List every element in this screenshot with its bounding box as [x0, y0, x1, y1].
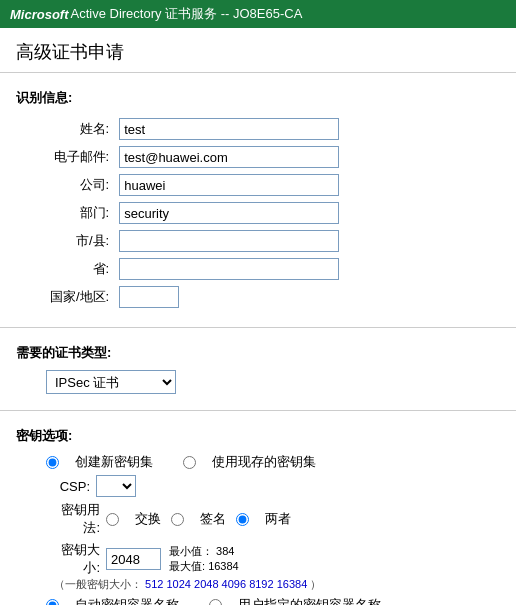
create-new-keyset-label[interactable]: 创建新密钥集	[46, 453, 153, 471]
key-size-label: 密钥大小:	[46, 541, 106, 577]
key-size-input[interactable]	[106, 548, 161, 570]
department-label: 部门:	[46, 199, 115, 227]
table-row: 姓名:	[46, 115, 343, 143]
microsoft-brand: Microsoft	[10, 7, 69, 22]
key-set-row: 创建新密钥集 使用现存的密钥集	[46, 453, 500, 471]
key-size-row: 密钥大小: 最小值： 384 最大值: 16384 （一般密钥大小： 512 1…	[46, 541, 500, 592]
sign-text: 签名	[200, 510, 226, 528]
cert-type-select[interactable]: IPSec 证书 用户证书 电子邮件保护证书	[46, 370, 176, 394]
city-input[interactable]	[119, 230, 339, 252]
name-label: 姓名:	[46, 115, 115, 143]
header-bar: Microsoft Active Directory 证书服务 -- JO8E6…	[0, 0, 516, 28]
auto-container-radio[interactable]	[46, 599, 59, 606]
both-text: 两者	[265, 510, 291, 528]
sign-label[interactable]: 签名	[171, 510, 226, 528]
sign-radio[interactable]	[171, 513, 184, 526]
city-label: 市/县:	[46, 227, 115, 255]
auto-container-text: 自动密钥容器名称	[75, 596, 179, 605]
key-size-2048-link[interactable]: 2048	[194, 578, 218, 590]
table-row: 电子邮件:	[46, 143, 343, 171]
create-new-keyset-text: 创建新密钥集	[75, 453, 153, 471]
identity-form-table: 姓名: 电子邮件: 公司: 部门: 市/县: 省: 国家/地区:	[46, 115, 343, 311]
user-container-radio[interactable]	[209, 599, 222, 606]
key-size-max-label: 最大值:	[169, 560, 205, 572]
table-row: 国家/地区:	[46, 283, 343, 311]
use-existing-keyset-text: 使用现存的密钥集	[212, 453, 316, 471]
key-size-min-label: 最小值：	[169, 545, 213, 557]
csp-row: CSP:	[46, 475, 500, 497]
exchange-text: 交换	[135, 510, 161, 528]
key-size-1024-link[interactable]: 1024	[166, 578, 190, 590]
table-row: 部门:	[46, 199, 343, 227]
use-existing-keyset-label[interactable]: 使用现存的密钥集	[183, 453, 316, 471]
key-size-max-value: 16384	[208, 560, 239, 572]
key-size-8192-link[interactable]: 8192	[249, 578, 273, 590]
key-options-title: 密钥选项:	[16, 427, 500, 445]
use-existing-keyset-radio[interactable]	[183, 456, 196, 469]
identity-section: 识别信息: 姓名: 电子邮件: 公司: 部门: 市/县: 省: 国家/地区:	[0, 83, 516, 321]
key-size-links: （一般密钥大小： 512 1024 2048 4096 8192 16384 ）	[54, 577, 321, 592]
country-label: 国家/地区:	[46, 283, 115, 311]
key-usage-label: 密钥用法:	[46, 501, 106, 537]
page-title: 高级证书申请	[0, 28, 516, 73]
country-input[interactable]	[119, 286, 179, 308]
user-container-text: 用户指定的密钥容器名称	[238, 596, 381, 605]
key-size-16384-link[interactable]: 16384	[277, 578, 308, 590]
email-label: 电子邮件:	[46, 143, 115, 171]
company-input[interactable]	[119, 174, 339, 196]
key-size-512-link[interactable]: 512	[145, 578, 163, 590]
cert-type-row: IPSec 证书 用户证书 电子邮件保护证书	[46, 370, 500, 394]
table-row: 市/县:	[46, 227, 343, 255]
table-row: 省:	[46, 255, 343, 283]
csp-select[interactable]	[96, 475, 136, 497]
both-label[interactable]: 两者	[236, 510, 291, 528]
state-input[interactable]	[119, 258, 339, 280]
name-input[interactable]	[119, 118, 339, 140]
table-row: 公司:	[46, 171, 343, 199]
key-options-section: 密钥选项: 创建新密钥集 使用现存的密钥集 CSP: 密钥用法: 交换 签名	[0, 421, 516, 605]
both-radio[interactable]	[236, 513, 249, 526]
key-size-min-value: 384	[216, 545, 234, 557]
identity-section-title: 识别信息:	[16, 89, 500, 107]
exchange-radio[interactable]	[106, 513, 119, 526]
exchange-label[interactable]: 交换	[106, 510, 161, 528]
cert-type-section: 需要的证书类型: IPSec 证书 用户证书 电子邮件保护证书	[0, 338, 516, 404]
key-size-info: 最小值： 384 最大值: 16384	[169, 544, 239, 574]
create-new-keyset-radio[interactable]	[46, 456, 59, 469]
state-label: 省:	[46, 255, 115, 283]
department-input[interactable]	[119, 202, 339, 224]
key-usage-row: 密钥用法: 交换 签名 两者	[46, 501, 500, 537]
csp-label: CSP:	[46, 479, 96, 494]
company-label: 公司:	[46, 171, 115, 199]
email-input[interactable]	[119, 146, 339, 168]
key-size-4096-link[interactable]: 4096	[222, 578, 246, 590]
user-container-label[interactable]: 用户指定的密钥容器名称	[209, 596, 381, 605]
container-name-row: 自动密钥容器名称 用户指定的密钥容器名称	[46, 596, 500, 605]
auto-container-label[interactable]: 自动密钥容器名称	[46, 596, 179, 605]
header-title: Active Directory 证书服务 -- JO8E65-CA	[71, 5, 303, 23]
cert-type-title: 需要的证书类型:	[16, 344, 500, 362]
